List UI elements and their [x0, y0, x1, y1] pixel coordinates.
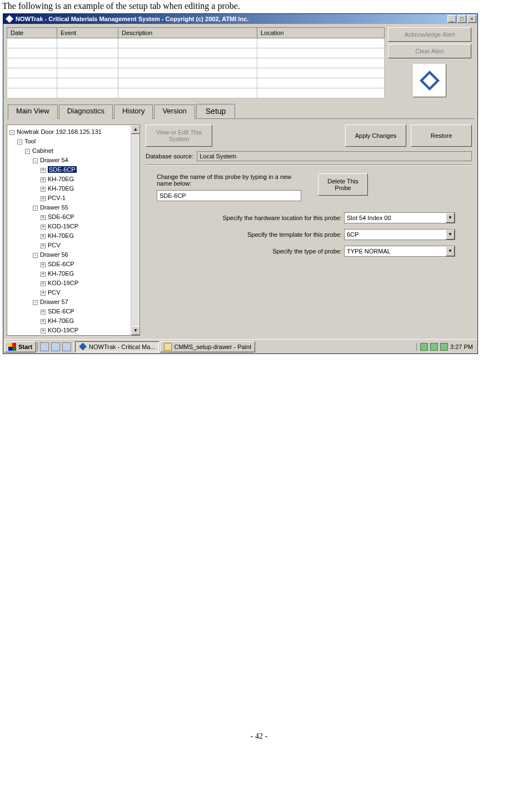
- tray-icon[interactable]: [420, 343, 428, 351]
- scroll-up-icon[interactable]: ▲: [131, 125, 140, 134]
- tab-main-view[interactable]: Main View: [8, 104, 58, 119]
- quick-launch-icon[interactable]: [40, 342, 49, 351]
- collapse-icon[interactable]: -: [33, 158, 38, 163]
- collapse-icon[interactable]: -: [17, 140, 22, 145]
- table-row[interactable]: [7, 58, 385, 68]
- expand-icon[interactable]: +: [41, 310, 46, 315]
- close-button[interactable]: ×: [467, 15, 476, 23]
- alert-table: Date Event Description Location: [7, 27, 385, 98]
- tab-diagnostics[interactable]: Diagnostics: [59, 104, 113, 119]
- tab-history[interactable]: History: [114, 104, 153, 119]
- tree-node-drawer[interactable]: Drawer 57: [40, 298, 68, 305]
- hardware-location-value: Slot 54 Index 00: [347, 215, 391, 221]
- expand-icon[interactable]: +: [41, 319, 46, 324]
- hardware-location-combo[interactable]: Slot 54 Index 00 ▼: [344, 212, 455, 223]
- doc-caption: The following is an example of the setup…: [0, 0, 518, 13]
- probe-name-input[interactable]: [157, 190, 301, 201]
- tree-node-probe[interactable]: KOD-19CP: [48, 223, 78, 230]
- table-row[interactable]: [7, 48, 385, 58]
- app-icon: [79, 343, 87, 351]
- tab-setup[interactable]: Setup: [196, 104, 236, 118]
- template-value: 6CP: [347, 231, 358, 238]
- expand-icon[interactable]: +: [41, 225, 46, 230]
- expand-icon[interactable]: +: [41, 234, 46, 239]
- tree-node-tool[interactable]: Tool: [24, 138, 36, 145]
- start-button[interactable]: Start: [4, 341, 36, 352]
- collapse-icon[interactable]: -: [9, 130, 14, 135]
- expand-icon[interactable]: +: [41, 243, 46, 248]
- tree-node-drawer[interactable]: Drawer 55: [40, 204, 68, 211]
- probe-type-label: Specify the type of probe:: [272, 248, 342, 255]
- collapse-icon[interactable]: -: [33, 253, 38, 258]
- tree-node-probe[interactable]: KH-70EG: [48, 176, 74, 182]
- table-row[interactable]: [7, 78, 385, 88]
- chevron-down-icon[interactable]: ▼: [446, 230, 455, 240]
- restore-button[interactable]: Restore: [411, 124, 472, 147]
- tree-node-drawer[interactable]: Drawer 56: [40, 251, 68, 258]
- tab-strip: Main View Diagnostics History Version Se…: [7, 104, 474, 119]
- expand-icon[interactable]: +: [41, 196, 46, 201]
- clock: 3:27 PM: [450, 343, 473, 350]
- taskbar-item-nowtrak[interactable]: NOWTrak - Critical Ma...: [75, 341, 159, 352]
- tree-node-probe[interactable]: SDE-6CP: [48, 213, 74, 220]
- table-row[interactable]: [7, 68, 385, 78]
- taskbar-item-label: CMMS_setup-drawer - Paint: [174, 343, 251, 350]
- collapse-icon[interactable]: -: [33, 300, 38, 305]
- probe-type-combo[interactable]: TYPE NORMAL ▼: [344, 246, 455, 257]
- tab-version[interactable]: Version: [154, 104, 195, 119]
- apply-changes-button[interactable]: Apply Changes: [345, 124, 406, 147]
- scroll-down-icon[interactable]: ▼: [131, 326, 140, 335]
- tree-node-probe[interactable]: KH-70EG: [48, 232, 74, 239]
- expand-icon[interactable]: +: [41, 262, 46, 267]
- clear-alert-button[interactable]: Clear Alert: [388, 44, 471, 58]
- template-combo[interactable]: 6CP ▼: [344, 229, 455, 240]
- tree-node-probe[interactable]: KH-70EG: [48, 270, 74, 277]
- expand-icon[interactable]: +: [41, 328, 46, 333]
- expand-icon[interactable]: +: [41, 177, 46, 182]
- tree-node-probe[interactable]: PCV: [48, 289, 61, 296]
- minimize-button[interactable]: _: [447, 15, 456, 23]
- tree-scrollbar[interactable]: ▲ ▼: [131, 125, 140, 335]
- tree-node-probe-selected[interactable]: SDE-6CP: [48, 166, 77, 173]
- divider: [146, 165, 472, 166]
- expand-icon[interactable]: +: [41, 187, 46, 192]
- expand-icon[interactable]: +: [41, 281, 46, 286]
- tray-icon[interactable]: [440, 343, 448, 351]
- tree-root[interactable]: Nowtrak Door 192.168.125.131: [17, 128, 102, 135]
- tree-node-cabinet[interactable]: Cabinet: [32, 147, 53, 154]
- chevron-down-icon[interactable]: ▼: [446, 213, 455, 223]
- table-row[interactable]: [7, 88, 385, 98]
- view-edit-system-button[interactable]: View or Edit This System: [146, 124, 212, 147]
- delete-probe-button[interactable]: Delete This Probe: [318, 173, 368, 196]
- quick-launch-icon[interactable]: [51, 342, 60, 351]
- titlebar: NOWTrak - Critical Materials Management …: [3, 14, 477, 24]
- tree-node-probe[interactable]: KOD-19CP: [48, 280, 78, 286]
- expand-icon[interactable]: +: [41, 291, 46, 296]
- tree-node-drawer[interactable]: Drawer 54: [40, 157, 68, 163]
- table-row[interactable]: [7, 38, 385, 48]
- col-date[interactable]: Date: [7, 28, 57, 38]
- col-event[interactable]: Event: [57, 28, 118, 38]
- tree-node-probe[interactable]: SDE-6CP: [48, 261, 74, 267]
- tray-icon[interactable]: [430, 343, 438, 351]
- tree-node-probe[interactable]: KH-70EG: [48, 317, 74, 324]
- tree-node-probe[interactable]: KH-70EG: [48, 185, 74, 192]
- navigation-tree[interactable]: -Nowtrak Door 192.168.125.131 -Tool -Cab…: [7, 124, 140, 336]
- col-description[interactable]: Description: [118, 28, 257, 38]
- taskbar-item-paint[interactable]: CMMS_setup-drawer - Paint: [160, 341, 255, 352]
- chevron-down-icon[interactable]: ▼: [446, 246, 455, 256]
- tree-node-probe[interactable]: PCV: [48, 242, 61, 248]
- col-location[interactable]: Location: [257, 28, 385, 38]
- expand-icon[interactable]: +: [41, 272, 46, 277]
- acknowledge-alert-button[interactable]: Acknowledge Alert: [388, 27, 471, 42]
- collapse-icon[interactable]: -: [25, 149, 30, 154]
- tree-node-probe[interactable]: SDE-6CP: [48, 308, 74, 315]
- expand-icon[interactable]: +: [41, 215, 46, 220]
- collapse-icon[interactable]: -: [33, 206, 38, 211]
- quick-launch-icon[interactable]: [62, 342, 71, 351]
- maximize-button[interactable]: □: [457, 15, 466, 23]
- start-label: Start: [18, 343, 32, 350]
- tree-node-probe[interactable]: KOD-19CP: [48, 327, 78, 333]
- tree-node-probe[interactable]: PCV-1: [48, 195, 66, 201]
- expand-icon[interactable]: +: [41, 168, 46, 173]
